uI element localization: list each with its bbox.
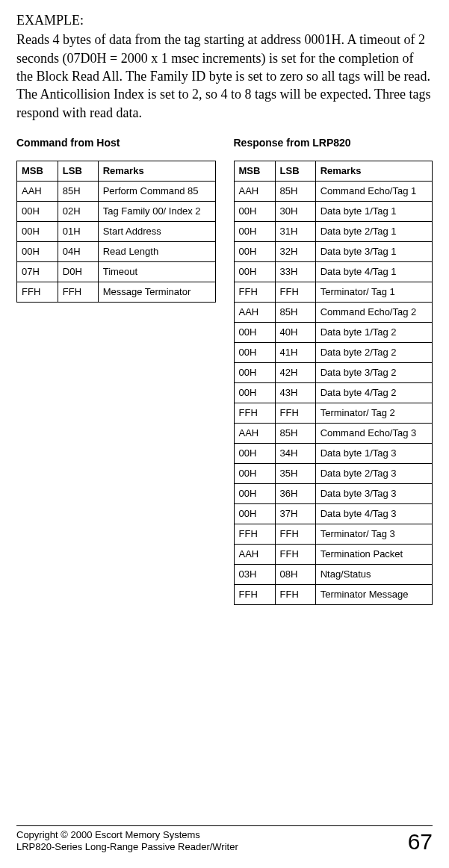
table-row: 00H43HData byte 4/Tag 2 (234, 382, 433, 403)
cell-msb: 00H (234, 221, 275, 241)
cell-msb: 00H (234, 322, 275, 342)
cell-lsb: 08H (275, 564, 315, 584)
example-label: EXAMPLE: (16, 12, 433, 29)
table-row: FFHFFHTerminator/ Tag 2 (234, 403, 433, 423)
cell-remarks: Perform Command 85 (98, 181, 215, 201)
cell-remarks: Data byte 2/Tag 3 (315, 463, 432, 483)
table-row: AAH85HCommand Echo/Tag 1 (234, 181, 433, 201)
table-row: 00H36HData byte 3/Tag 3 (234, 483, 433, 503)
cell-lsb: 43H (275, 382, 315, 403)
cell-lsb: FFH (275, 524, 315, 544)
cell-msb: FFH (234, 282, 275, 302)
cell-remarks: Data byte 4/Tag 3 (315, 503, 432, 524)
cell-msb: 00H (234, 362, 275, 382)
tables-row: Command from Host MSB LSB Remarks AAH85H… (16, 135, 433, 605)
table-row: 00H40HData byte 1/Tag 2 (234, 322, 433, 342)
cell-msb: 07H (17, 261, 58, 282)
cell-msb: FFH (17, 282, 58, 302)
table-row: 00H33HData byte 4/Tag 1 (234, 261, 433, 282)
cell-remarks: Data byte 1/Tag 1 (315, 201, 432, 221)
cell-remarks: Message Terminator (98, 282, 215, 302)
host-table-body: AAH85HPerform Command 8500H02HTag Family… (17, 181, 216, 302)
cell-remarks: Terminator/ Tag 3 (315, 524, 432, 544)
table-row: 03H08HNtag/Status (234, 564, 433, 584)
cell-remarks: Start Address (98, 221, 215, 241)
cell-remarks: Timeout (98, 261, 215, 282)
table-row: 00H31HData byte 2/Tag 1 (234, 221, 433, 241)
response-table-title: Response from LRP820 (234, 137, 433, 149)
table-row: FFHFFHTerminator/ Tag 3 (234, 524, 433, 544)
example-body: Reads 4 bytes of data from the tag start… (16, 31, 433, 121)
table-row: FFHFFHTerminator/ Tag 1 (234, 282, 433, 302)
table-row: 00H30HData byte 1/Tag 1 (234, 201, 433, 221)
cell-lsb: 33H (275, 261, 315, 282)
cell-remarks: Ntag/Status (315, 564, 432, 584)
header-msb: MSB (234, 161, 275, 181)
cell-lsb: FFH (275, 544, 315, 564)
cell-lsb: 02H (58, 201, 98, 221)
cell-msb: 00H (234, 443, 275, 463)
cell-remarks: Data byte 4/Tag 1 (315, 261, 432, 282)
cell-lsb: FFH (58, 282, 98, 302)
table-row: AAH85HPerform Command 85 (17, 181, 216, 201)
cell-remarks: Terminator/ Tag 1 (315, 282, 432, 302)
cell-msb: 00H (234, 503, 275, 524)
response-table: MSB LSB Remarks AAH85HCommand Echo/Tag 1… (234, 161, 433, 605)
cell-msb: 00H (17, 241, 58, 261)
table-row: 00H02HTag Family 00/ Index 2 (17, 201, 216, 221)
cell-remarks: Data byte 1/Tag 2 (315, 322, 432, 342)
cell-remarks: Read Length (98, 241, 215, 261)
header-lsb: LSB (275, 161, 315, 181)
cell-remarks: Data byte 1/Tag 3 (315, 443, 432, 463)
footer-copyright: Copyright © 2000 Escort Memory Systems (16, 829, 200, 840)
cell-remarks: Data byte 3/Tag 2 (315, 362, 432, 382)
footer-page-number: 67 (408, 831, 433, 853)
cell-msb: AAH (234, 423, 275, 443)
cell-lsb: 40H (275, 322, 315, 342)
cell-lsb: D0H (58, 261, 98, 282)
table-row: 00H04HRead Length (17, 241, 216, 261)
cell-lsb: FFH (275, 403, 315, 423)
cell-remarks: Termination Packet (315, 544, 432, 564)
cell-msb: FFH (234, 584, 275, 604)
cell-lsb: 41H (275, 342, 315, 362)
cell-remarks: Command Echo/Tag 2 (315, 302, 432, 322)
cell-lsb: 34H (275, 443, 315, 463)
cell-msb: AAH (234, 181, 275, 201)
cell-msb: 00H (234, 463, 275, 483)
table-row: 00H32HData byte 3/Tag 1 (234, 241, 433, 261)
host-table-block: Command from Host MSB LSB Remarks AAH85H… (16, 135, 216, 303)
cell-lsb: 42H (275, 362, 315, 382)
cell-msb: 03H (234, 564, 275, 584)
cell-msb: 00H (17, 201, 58, 221)
cell-lsb: 04H (58, 241, 98, 261)
footer-product: LRP820-Series Long-Range Passive Reader/… (16, 841, 238, 852)
cell-remarks: Data byte 2/Tag 2 (315, 342, 432, 362)
cell-lsb: 36H (275, 483, 315, 503)
cell-lsb: 31H (275, 221, 315, 241)
cell-lsb: FFH (275, 584, 315, 604)
cell-lsb: 01H (58, 221, 98, 241)
table-row: 00H01HStart Address (17, 221, 216, 241)
cell-msb: 00H (234, 382, 275, 403)
footer-left: Copyright © 2000 Escort Memory Systems L… (16, 829, 238, 854)
cell-remarks: Data byte 3/Tag 1 (315, 241, 432, 261)
table-header-row: MSB LSB Remarks (17, 161, 216, 181)
cell-msb: 00H (234, 342, 275, 362)
cell-msb: AAH (234, 544, 275, 564)
cell-remarks: Command Echo/Tag 1 (315, 181, 432, 201)
cell-remarks: Data byte 3/Tag 3 (315, 483, 432, 503)
cell-msb: AAH (234, 302, 275, 322)
cell-lsb: 85H (275, 423, 315, 443)
table-row: FFHFFHTerminator Message (234, 584, 433, 604)
cell-msb: FFH (234, 403, 275, 423)
table-row: 00H34HData byte 1/Tag 3 (234, 443, 433, 463)
cell-lsb: FFH (275, 282, 315, 302)
cell-msb: 00H (234, 241, 275, 261)
table-row: 00H42HData byte 3/Tag 2 (234, 362, 433, 382)
header-lsb: LSB (58, 161, 98, 181)
cell-msb: 00H (234, 201, 275, 221)
cell-remarks: Tag Family 00/ Index 2 (98, 201, 215, 221)
cell-msb: 00H (234, 483, 275, 503)
cell-remarks: Terminator Message (315, 584, 432, 604)
